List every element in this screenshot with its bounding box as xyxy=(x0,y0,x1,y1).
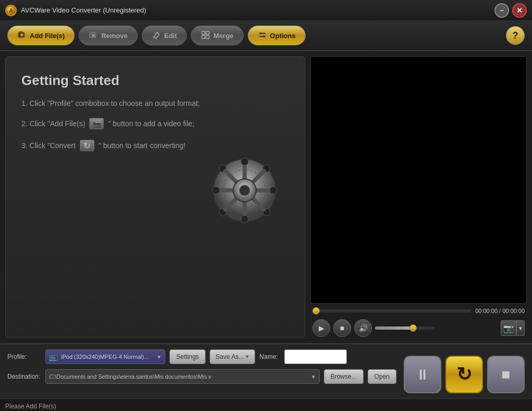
help-label: ? xyxy=(513,30,518,41)
convert-step-icon xyxy=(80,140,94,151)
title-bar: A AVCWare Video Converter (Unregistered)… xyxy=(0,0,532,21)
svg-point-20 xyxy=(241,215,248,223)
toolbar: Add File(s) Remove Edit xyxy=(0,21,532,51)
name-label: Name: xyxy=(259,353,280,360)
step-1-text: 1. Click "Profile" combobox to choose an… xyxy=(21,99,200,107)
time-display: 00:00:00 / 00:00:00 xyxy=(475,308,525,314)
svg-point-19 xyxy=(241,158,248,165)
merge-label: Merge xyxy=(213,32,233,40)
close-button[interactable]: ✕ xyxy=(512,3,527,18)
merge-button[interactable]: Merge xyxy=(191,26,243,45)
open-button[interactable]: Open xyxy=(368,369,396,384)
browse-label: Browse... xyxy=(331,373,357,380)
save-as-dropdown-arrow: ▼ xyxy=(245,354,249,359)
convert-button[interactable]: ↻ xyxy=(445,356,483,393)
svg-point-21 xyxy=(212,187,220,194)
edit-button[interactable]: Edit xyxy=(142,26,187,45)
remove-button[interactable]: Remove xyxy=(79,26,138,45)
step-1: 1. Click "Profile" combobox to choose an… xyxy=(21,99,289,107)
add-files-icon xyxy=(17,30,27,41)
volume-fill xyxy=(375,327,411,330)
svg-text:A: A xyxy=(9,8,13,14)
step-3-text: 3. Click "Convert xyxy=(21,141,76,150)
volume-icon: 🔊 xyxy=(359,324,368,332)
profile-value: iPod (320x240)MPEG-4 Normal)... xyxy=(61,354,153,360)
save-as-button[interactable]: Save As... ▼ xyxy=(210,349,255,364)
getting-started-panel: Getting Started 1. Click "Profile" combo… xyxy=(5,56,305,338)
options-button[interactable]: Options xyxy=(248,26,306,45)
profile-destination-section: Profile: 📺 iPod (320x240)MPEG-4 Normal).… xyxy=(7,349,396,384)
options-label: Options xyxy=(270,32,296,40)
help-button[interactable]: ? xyxy=(506,26,525,45)
pause-button[interactable]: ⏸ xyxy=(404,356,441,393)
remove-label: Remove xyxy=(101,32,128,40)
step-3-text-b: " button to start converting! xyxy=(99,141,186,150)
pause-icon: ⏸ xyxy=(415,366,430,383)
svg-rect-10 xyxy=(202,31,205,34)
playback-controls: ▶ ■ 🔊 📷 ▼ xyxy=(310,318,527,338)
merge-icon xyxy=(201,30,210,41)
destination-row: Destination: C:\Documents and Settings\e… xyxy=(7,369,396,384)
bottom-bar: Profile: 📺 iPod (320x240)MPEG-4 Normal).… xyxy=(0,343,532,398)
step-3: 3. Click "Convert " button to start conv… xyxy=(21,140,289,151)
destination-field: C:\Documents and Settings\elena.santos\M… xyxy=(45,369,320,384)
settings-button[interactable]: Settings xyxy=(170,349,205,364)
step-2: 2. Click "Add File(s) " button to add a … xyxy=(21,118,289,129)
window-controls: − ✕ xyxy=(494,3,527,18)
app-title: AVCWare Video Converter (Unregistered) xyxy=(21,6,494,14)
svg-line-9 xyxy=(153,37,154,38)
destination-dropdown-arrow[interactable]: ▼ xyxy=(311,374,316,380)
getting-started-title: Getting Started xyxy=(21,72,289,89)
svg-point-36 xyxy=(239,185,250,196)
browse-button[interactable]: Browse... xyxy=(324,369,364,384)
name-input[interactable] xyxy=(284,349,347,364)
stop-button[interactable]: ■ xyxy=(333,319,351,337)
step-2-text: 2. Click "Add File(s) xyxy=(21,119,85,128)
main-content: Getting Started 1. Click "Profile" combo… xyxy=(0,51,532,343)
play-button[interactable]: ▶ xyxy=(312,319,330,337)
convert-icon: ↻ xyxy=(456,364,472,385)
profile-icon: 📺 xyxy=(49,353,58,361)
preview-screen xyxy=(310,56,527,304)
save-as-label: Save As... xyxy=(215,353,244,360)
svg-point-22 xyxy=(270,187,277,194)
svg-point-17 xyxy=(263,35,265,38)
app-icon: A xyxy=(5,5,17,16)
volume-bar[interactable] xyxy=(375,327,435,330)
add-files-label: Add File(s) xyxy=(30,32,65,40)
seek-bar[interactable] xyxy=(312,309,471,312)
stop-convert-button[interactable]: ■ xyxy=(487,356,525,393)
status-text: Please Add File(s) xyxy=(5,403,56,410)
settings-label: Settings xyxy=(176,353,199,360)
add-files-step-icon xyxy=(89,118,104,129)
volume-thumb[interactable] xyxy=(409,324,417,332)
edit-icon xyxy=(152,30,161,41)
edit-label: Edit xyxy=(164,32,177,40)
seek-thumb[interactable] xyxy=(312,307,320,315)
status-bar: Please Add File(s) xyxy=(0,398,532,411)
snapshot-dropdown-button[interactable]: ▼ xyxy=(516,320,525,336)
play-icon: ▶ xyxy=(319,324,324,332)
snapshot-button[interactable]: 📷 xyxy=(501,320,516,336)
film-reel-graphic xyxy=(211,156,279,224)
step-2-text-b: " button to add a video file; xyxy=(108,119,194,128)
add-files-button[interactable]: Add File(s) xyxy=(7,26,75,45)
reel-container xyxy=(21,156,289,224)
svg-point-15 xyxy=(260,32,262,34)
action-buttons: ⏸ ↻ ■ xyxy=(404,349,525,393)
svg-rect-12 xyxy=(202,35,205,39)
volume-button[interactable]: 🔊 xyxy=(354,319,372,337)
profile-label: Profile: xyxy=(7,353,41,360)
svg-rect-3 xyxy=(19,31,22,33)
remove-icon xyxy=(89,30,98,41)
stop-icon: ■ xyxy=(340,324,344,332)
svg-rect-13 xyxy=(206,35,209,39)
minimize-button[interactable]: − xyxy=(494,3,509,18)
profile-dropdown-arrow: ▼ xyxy=(156,354,162,360)
video-preview-panel: 00:00:00 / 00:00:00 ▶ ■ 🔊 📷 ▼ xyxy=(310,56,527,338)
options-icon xyxy=(258,30,267,41)
stop-convert-icon: ■ xyxy=(502,366,511,383)
svg-rect-11 xyxy=(206,31,209,34)
profile-dropdown[interactable]: 📺 iPod (320x240)MPEG-4 Normal)... ▼ xyxy=(45,349,165,364)
profile-row: Profile: 📺 iPod (320x240)MPEG-4 Normal).… xyxy=(7,349,396,364)
